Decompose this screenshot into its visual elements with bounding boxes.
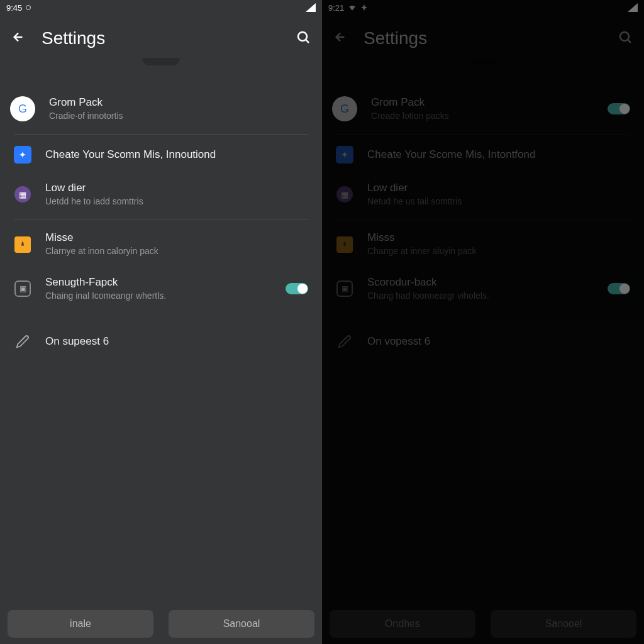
item-title: Misse <box>45 231 308 245</box>
shield-icon: ✦ <box>336 146 353 164</box>
item-subtitle: Netud he us tail somttris <box>367 196 630 208</box>
image-icon: ▣ <box>14 280 31 297</box>
settings-list: G Grom Pack Cradie·of innotortis ✦ Cheat… <box>0 68 322 604</box>
back-button[interactable] <box>11 30 26 47</box>
button-sanooal[interactable]: Sanooal <box>169 610 314 638</box>
button-sanooel[interactable]: Sanooel <box>491 610 636 638</box>
search-button[interactable] <box>296 30 311 47</box>
status-time: 9:21 <box>328 3 344 13</box>
item-title: Grom Pack <box>371 96 594 109</box>
left-panel: 9:45 Settings G Grom Pack Cradie·of inno… <box>0 0 322 644</box>
item-grom-pack[interactable]: G Grom Pack Creade lotion packs <box>322 87 644 131</box>
rocket-icon <box>14 236 31 253</box>
location-icon <box>360 4 368 11</box>
pencil-icon <box>336 333 353 350</box>
item-subtitle: Chaing inal Icomeangr whertls. <box>45 290 272 303</box>
item-cheate[interactable]: ✦ Cheate Your Scome Mis, Intontfond <box>322 137 644 172</box>
google-icon: G <box>332 96 357 121</box>
item-subtitle: Uetdd he to iadd somttris <box>45 196 308 208</box>
status-bar: 9:21 <box>322 0 644 15</box>
notch-divider <box>322 62 644 68</box>
item-low-dier[interactable]: ▦ Low dier Netud he us tail somttris <box>322 172 644 217</box>
item-misse[interactable]: Misss Change at inner aluyin pack <box>322 222 644 267</box>
item-misse[interactable]: Misse Clarnye at inon caloryin pack <box>0 222 322 267</box>
button-inale[interactable]: inale <box>8 610 153 638</box>
item-subtitle: Cradie·of innotortis <box>49 110 308 123</box>
item-title: Low dier <box>45 181 308 195</box>
item-title: Senugth-Fapck <box>45 275 272 289</box>
right-panel: 9:21 Settings G Grom Pack Creade lotion … <box>322 0 644 644</box>
toggle-scorodur[interactable] <box>608 283 630 294</box>
notch-divider <box>0 62 322 68</box>
status-bar: 9:45 <box>0 0 322 15</box>
bottom-buttons: inale Sanooal <box>0 604 322 644</box>
item-title: Grom Pack <box>49 96 308 109</box>
separator <box>336 219 630 219</box>
svg-point-0 <box>298 32 307 41</box>
item-title: On supeest 6 <box>45 335 308 348</box>
item-vopesst[interactable]: On vopesst 6 <box>322 324 644 359</box>
page-title: Settings <box>364 28 602 48</box>
signal-icon <box>628 3 638 12</box>
item-grom-pack[interactable]: G Grom Pack Cradie·of innotortis <box>0 87 322 131</box>
separator <box>336 134 630 135</box>
item-title: Cheate Your Scome Mis, Intontfond <box>367 148 630 162</box>
settings-list: G Grom Pack Creade lotion packs ✦ Cheate… <box>322 68 644 604</box>
item-title: Cheate Your Scomn Mis, Innoutiond <box>45 148 308 162</box>
header: Settings <box>322 15 644 62</box>
back-button[interactable] <box>333 30 348 47</box>
calendar-icon: ▦ <box>336 186 353 203</box>
toggle-grom-pack[interactable] <box>608 103 630 114</box>
image-icon: ▣ <box>336 280 353 297</box>
item-subtitle: Change at inner aluyin pack <box>367 245 630 258</box>
button-ondhes[interactable]: Ondhes <box>330 610 475 638</box>
separator <box>14 134 308 135</box>
rocket-icon <box>336 236 353 253</box>
item-subtitle: Chang had loonneargr viholels. <box>367 290 594 303</box>
status-time: 9:45 <box>6 3 22 13</box>
calendar-icon: ▦ <box>14 186 31 203</box>
item-title: On vopesst 6 <box>367 335 630 348</box>
header: Settings <box>0 15 322 62</box>
separator <box>14 219 308 219</box>
page-title: Settings <box>42 28 280 48</box>
google-icon: G <box>10 96 35 121</box>
pencil-icon <box>14 333 31 350</box>
svg-point-1 <box>620 32 629 41</box>
item-title: Low dier <box>367 181 630 195</box>
item-subtitle: Clarnye at inon caloryin pack <box>45 245 308 258</box>
bottom-buttons: Ondhes Sanooel <box>322 604 644 644</box>
shield-icon: ✦ <box>14 146 31 164</box>
item-supeest[interactable]: On supeest 6 <box>0 324 322 359</box>
signal-icon <box>306 3 316 12</box>
item-cheate[interactable]: ✦ Cheate Your Scomn Mis, Innoutiond <box>0 137 322 172</box>
item-subtitle: Creade lotion packs <box>371 110 594 123</box>
item-low-dier[interactable]: ▦ Low dier Uetdd he to iadd somttris <box>0 172 322 217</box>
item-senugth[interactable]: ▣ Senugth-Fapck Chaing inal Icomeangr wh… <box>0 267 322 311</box>
item-scorodur[interactable]: ▣ Scorodur-back Chang had loonneargr vih… <box>322 267 644 311</box>
wifi-icon <box>348 3 357 12</box>
item-title: Misss <box>367 231 630 245</box>
search-button[interactable] <box>618 30 633 47</box>
item-title: Scorodur-back <box>367 275 594 289</box>
notification-dot-icon <box>26 5 31 10</box>
toggle-senugth[interactable] <box>286 283 308 294</box>
